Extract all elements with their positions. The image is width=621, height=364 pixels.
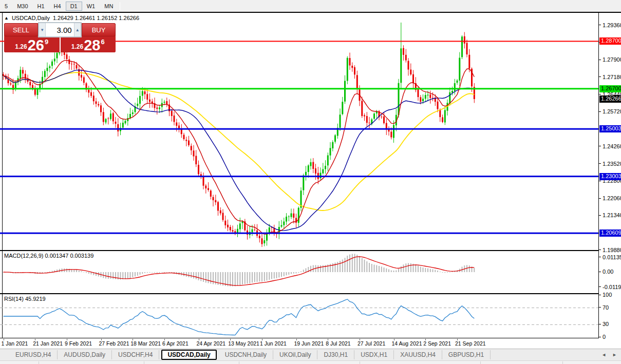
date-tick-label: 27 Jul 2021 [357,340,385,347]
sell-price-pip: 9 [45,38,48,46]
price-axis-tick: 1.27900 [599,56,621,63]
axis-tick-mark [599,272,601,272]
price-axis-tick: 0.01135 [599,254,621,260]
status-strip-divider [360,361,360,364]
axis-tick-mark [599,324,601,324]
price-axis-tick: 1.25720 [599,108,621,114]
chart-tab-xauusd[interactable]: XAUUSD,H4 [394,350,442,359]
chart-tab-bar: EURUSD,H4AUDUSD,DailyUSDCHF,H4USDCAD,Dai… [0,349,621,360]
chart-symbol-label: USDCAD,Daily [12,15,50,21]
axis-tick-mark [599,146,601,146]
hline-price-badge: 1.25003 [599,125,621,132]
date-tick-label: 6 Apr 2021 [162,340,189,347]
chart-tab-dj30[interactable]: DJ30,H1 [317,350,354,359]
price-axis-tick: 1.21340 [599,212,621,218]
date-tick-label: 27 Feb 2021 [99,340,129,347]
volume-input[interactable] [46,23,73,36]
axis-tick-mark [599,94,601,94]
chart-tab-audusd[interactable]: AUDUSD,Daily [58,350,112,359]
rsi-label: RSI(14) 45.9219 [4,296,46,302]
price-axis-tick: 70 [599,304,609,311]
status-strip [0,360,621,364]
date-tick-label: 14 Aug 2021 [392,340,422,347]
status-strip-divider [144,361,144,364]
timeframe-button-w1[interactable]: W1 [82,2,100,11]
volume-increase-button[interactable]: ▲ [74,23,81,36]
axis-tick-mark [599,163,601,164]
chart-tab-usdchf[interactable]: USDCHF,H4 [112,350,159,359]
timeframe-button-5[interactable]: 5 [0,2,12,11]
date-tick-label: 2 Sep 2021 [423,340,451,347]
chart-tab-usdcnh[interactable]: USDCNH,Daily [219,350,273,359]
timeframe-toolbar: 5M30H1H4D1W1MN [0,0,621,12]
timeframe-button-mn[interactable]: MN [100,2,118,11]
date-tick-label: 24 Apr 2021 [197,340,226,347]
hline-price-badge: 1.23003 [599,173,621,180]
buy-price-display[interactable]: 1.26 28 6 [60,37,116,52]
timeframe-button-h4[interactable]: H4 [49,2,66,11]
chart-tab-ukoil[interactable]: UKOil,Daily [273,350,317,359]
chart-canvas[interactable] [0,13,598,338]
timeframe-button-m30[interactable]: M30 [12,2,32,11]
price-axis[interactable]: 1.293601.286401.279001.271801.264401.257… [599,13,621,338]
current-price-badge: 1.26266 [599,95,621,103]
sell-button[interactable]: SELL [4,23,38,36]
chart-tab-gbpusd[interactable]: GBPUSD,H1 [442,350,491,359]
status-strip-divider [239,361,239,364]
date-tick-label: 19 Jun 2021 [294,340,324,347]
one-click-trade-panel: SELL ▼ ▲ BUY 1.26 26 9 1.26 28 6 [4,23,116,52]
price-axis-tick: 0 [599,334,606,340]
chart-tab-usdcad[interactable]: USDCAD,Daily [161,350,216,360]
buy-price-pip: 6 [101,38,104,46]
buy-price-prefix: 1.26 [71,43,83,50]
date-tick-label: 1 Jun 2021 [260,340,287,347]
price-axis-tick: 0.00 [599,269,613,275]
date-axis[interactable]: 1 Jan 202121 Jan 20219 Feb 202127 Feb 20… [0,339,598,348]
price-axis-tick: 1.29360 [599,22,621,28]
axis-tick-mark [599,286,601,287]
axis-tick-mark [599,295,601,295]
hline-price-badge: 1.28700 [599,37,621,45]
status-strip-divider [39,361,39,364]
date-tick-label: 18 Mar 2021 [130,340,161,347]
date-tick-label: 9 Feb 2021 [65,340,92,347]
price-axis-tick: 1.27180 [599,74,621,80]
toolbar-separator [120,2,120,10]
chart-title: ▲ USDCAD,Daily 1.26429 1.26461 1.26152 1… [4,15,139,21]
price-axis-tick: 1.19880 [599,247,621,253]
axis-tick-mark [599,215,601,216]
tabs-scroll-left-icon[interactable]: ◄ [601,352,606,357]
sell-price-display[interactable]: 1.26 26 9 [4,37,60,52]
collapse-triangle-icon[interactable]: ▲ [4,15,9,21]
price-axis-tick: 1.22060 [599,195,621,201]
price-axis-tick: 30 [599,321,609,327]
date-tick-label: 21 Sep 2021 [455,340,486,347]
tabs-scroll-right-icon[interactable]: ► [612,352,617,357]
hline-price-badge: 1.26700 [599,85,621,92]
trading-terminal-window: 5M30H1H4D1W1MN ▲ USDCAD,Daily 1.26429 1.… [0,0,621,364]
chart-tab-usdx[interactable]: USDX,H1 [354,350,394,359]
status-strip-divider [480,361,481,364]
volume-decrease-button[interactable]: ▼ [39,23,46,36]
date-tick-label: 21 Jan 2021 [33,340,63,347]
timeframe-button-h1[interactable]: H1 [33,2,49,11]
sell-price-prefix: 1.26 [15,43,27,50]
status-strip-divider [562,361,563,364]
chart-tab-eurusd[interactable]: EURUSD,H4 [9,350,58,359]
date-tick-label: 8 Jul 2021 [326,340,350,347]
date-tick-label: 13 May 2021 [228,340,259,347]
axis-tick-mark [599,337,601,337]
axis-tick-mark [599,250,601,250]
axis-tick-mark [599,307,601,308]
axis-tick-mark [599,257,601,257]
macd-label: MACD(12,26,9) 0.001347 0.003139 [4,253,93,259]
buy-button[interactable]: BUY [82,23,116,36]
axis-tick-mark [599,76,601,77]
sell-price-big: 26 [28,39,44,52]
timeframe-button-d1[interactable]: D1 [66,2,82,11]
price-axis-tick: 100 [599,292,612,298]
buy-price-big: 28 [84,39,100,52]
hline-price-badge: 1.20609 [599,229,621,237]
axis-tick-mark [599,111,601,112]
axis-tick-mark [599,25,601,25]
